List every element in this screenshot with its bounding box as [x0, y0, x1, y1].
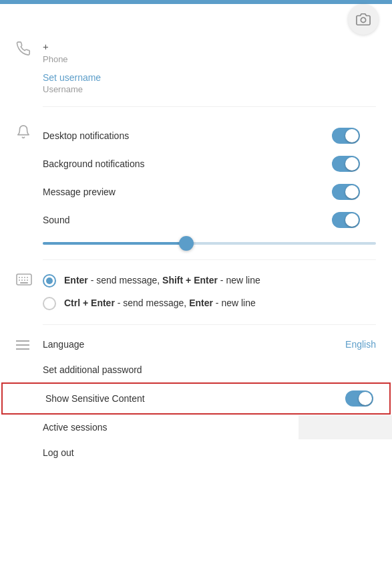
options-list: Language English Set additional password	[43, 332, 376, 382]
phone-content: + Phone Set username Username	[43, 40, 376, 94]
enter-option-row[interactable]: Enter - send message, Shift + Enter - ne…	[43, 269, 376, 292]
active-sessions-label: Active sessions	[43, 422, 107, 433]
bell-icon	[16, 119, 43, 139]
desktop-notifications-toggle[interactable]	[332, 128, 360, 144]
toggle-knob	[345, 185, 359, 199]
enter-option-text: Enter - send message, Shift + Enter - ne…	[64, 274, 260, 288]
divider-3	[43, 324, 376, 325]
phone-label: Phone	[43, 54, 376, 64]
language-value: English	[345, 339, 376, 350]
background-notifications-row: Background notifications	[43, 150, 376, 178]
language-row[interactable]: Language English	[43, 332, 376, 357]
divider-1	[43, 106, 376, 107]
ctrl-enter-label: Ctrl + Enter	[64, 298, 115, 308]
message-preview-toggle[interactable]	[332, 184, 360, 200]
logout-label: Log out	[43, 447, 74, 458]
keyboard-section: Enter - send message, Shift + Enter - ne…	[0, 267, 392, 318]
camera-button[interactable]	[348, 4, 379, 35]
set-username-link[interactable]: Set username	[43, 72, 376, 83]
phone-plus: +	[43, 40, 376, 53]
password-row[interactable]: Set additional password	[43, 357, 376, 382]
notifications-content: Desktop notifications Background notific…	[43, 119, 376, 237]
background-notifications-toggle[interactable]	[332, 156, 360, 172]
message-preview-label: Message preview	[43, 187, 332, 197]
message-preview-row: Message preview	[43, 178, 376, 206]
phone-icon	[16, 40, 43, 56]
slider-thumb[interactable]	[179, 236, 194, 251]
toggle-knob	[345, 213, 359, 227]
top-bar	[0, 0, 392, 4]
ctrl-enter-option-text: Ctrl + Enter - send message, Enter - new…	[64, 297, 256, 310]
menu-icon	[16, 332, 43, 350]
username-label: Username	[43, 84, 376, 94]
phone-section: + Phone Set username Username	[0, 35, 392, 100]
notifications-section: Desktop notifications Background notific…	[0, 114, 392, 237]
enter-key2-label: Enter	[189, 298, 213, 308]
language-label: Language	[43, 339, 345, 350]
divider-2	[43, 259, 376, 260]
enter-radio-button[interactable]	[43, 274, 56, 288]
background-notifications-label: Background notifications	[43, 158, 332, 169]
sound-row: Sound	[43, 206, 376, 234]
notification-rows: Desktop notifications Background notific…	[43, 119, 376, 237]
slider-track	[43, 242, 376, 245]
sensitive-content-row: Show Sensitive Content	[1, 382, 391, 415]
toggle-knob	[345, 129, 359, 142]
sound-slider-container[interactable]	[0, 237, 392, 253]
options-section: Language English Set additional password	[0, 332, 392, 382]
sound-label: Sound	[43, 215, 332, 225]
desktop-notifications-row: Desktop notifications	[43, 122, 376, 150]
shift-enter-label: Shift + Enter	[162, 275, 218, 286]
sound-toggle[interactable]	[332, 212, 360, 228]
sensitive-content-toggle[interactable]	[345, 390, 373, 407]
logout-row[interactable]: Log out	[0, 440, 392, 465]
enter-key-label: Enter	[64, 275, 88, 286]
keyboard-options: Enter - send message, Shift + Enter - ne…	[43, 269, 376, 315]
blur-overlay	[299, 415, 392, 439]
ctrl-enter-option-row[interactable]: Ctrl + Enter - send message, Enter - new…	[43, 292, 376, 315]
desktop-notifications-label: Desktop notifications	[43, 130, 332, 141]
toggle-knob	[359, 392, 372, 405]
password-label: Set additional password	[43, 364, 142, 375]
active-sessions-row[interactable]: Active sessions	[0, 415, 392, 440]
toggle-knob	[345, 157, 359, 171]
ctrl-enter-radio-button[interactable]	[43, 297, 56, 310]
sensitive-content-label: Show Sensitive Content	[45, 393, 345, 404]
svg-point-0	[361, 17, 365, 22]
keyboard-icon	[16, 269, 43, 286]
slider-fill	[43, 242, 186, 245]
